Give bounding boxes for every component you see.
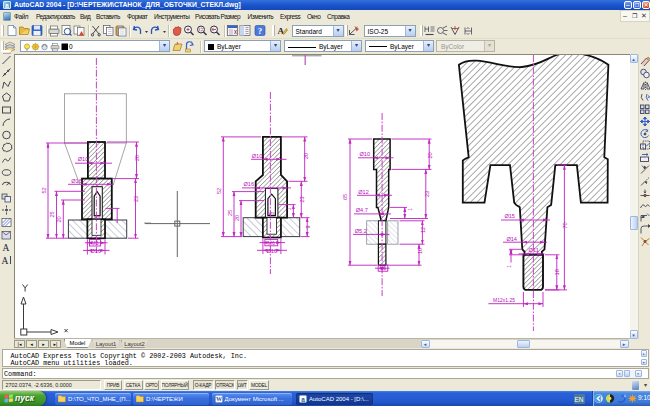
svg-text:M12x1.25: M12x1.25 (493, 296, 515, 302)
svg-text:a: a (301, 396, 305, 403)
svg-text:52: 52 (40, 187, 46, 193)
svg-text:25: 25 (226, 209, 232, 215)
svg-text:23: 23 (423, 190, 429, 196)
svg-text:1: 1 (407, 207, 412, 210)
svg-text:Ø4,7: Ø4,7 (355, 207, 367, 213)
svg-text:Ø12: Ø12 (358, 188, 369, 194)
svg-text:1: 1 (287, 207, 292, 210)
svg-text:Ø10: Ø10 (77, 156, 88, 162)
svg-text:9: 9 (304, 225, 310, 228)
svg-text:20: 20 (233, 214, 239, 220)
svg-text:Ø5: Ø5 (268, 210, 274, 215)
svg-text:Ø5,2: Ø5,2 (354, 227, 366, 233)
svg-text:Ø11: Ø11 (528, 247, 538, 253)
svg-text:52: 52 (215, 187, 221, 193)
svg-text:20: 20 (427, 152, 433, 158)
svg-text:Ø14: Ø14 (506, 235, 517, 241)
svg-text:1: 1 (507, 264, 512, 267)
svg-text:20: 20 (134, 154, 140, 160)
svg-text:M6: M6 (91, 239, 98, 245)
svg-text:Ø16: Ø16 (71, 177, 82, 183)
svg-text:Ø5: Ø5 (94, 214, 100, 219)
svg-text:?: ? (258, 26, 263, 36)
svg-text:A: A (2, 255, 9, 265)
svg-text:20: 20 (55, 216, 61, 222)
svg-text:M5: M5 (379, 266, 386, 271)
svg-text:Ø10: Ø10 (359, 151, 370, 157)
svg-text:M6: M6 (267, 239, 274, 245)
svg-text:25: 25 (49, 211, 55, 217)
svg-text:A: A (3, 243, 10, 253)
svg-text:Ø10: Ø10 (266, 248, 277, 254)
svg-text:18: 18 (554, 269, 560, 275)
svg-text:23: 23 (299, 196, 305, 202)
svg-text:10: 10 (416, 247, 422, 253)
svg-text:Ø10: Ø10 (90, 248, 101, 254)
svg-text:A: A (278, 26, 285, 36)
svg-text:Ø15: Ø15 (504, 213, 515, 219)
svg-text:W: W (216, 396, 222, 402)
svg-text:23: 23 (133, 195, 139, 201)
svg-text:12: 12 (420, 226, 426, 232)
svg-text:20: 20 (302, 152, 308, 158)
svg-text:Ø10: Ø10 (251, 152, 262, 158)
svg-text:Ø16: Ø16 (243, 181, 254, 187)
svg-text:70: 70 (561, 222, 567, 228)
svg-text:65: 65 (342, 193, 348, 199)
